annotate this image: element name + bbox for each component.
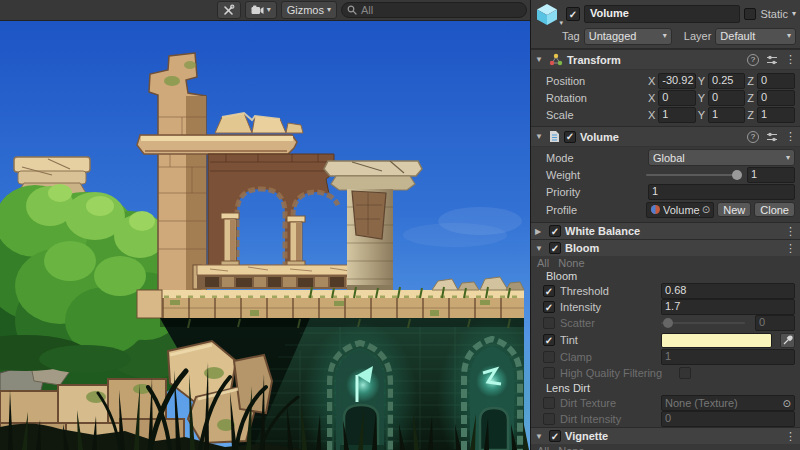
hqf-value-checkbox[interactable] (679, 367, 691, 379)
tint-override-checkbox[interactable]: ✓ (543, 334, 555, 346)
chevron-down-icon: ▾ (787, 32, 791, 40)
foldout-icon[interactable]: ▼ (535, 244, 545, 253)
weight-field[interactable]: 1 (747, 167, 795, 183)
hqf-label: High Quality Filtering (560, 367, 674, 379)
foldout-icon[interactable]: ▼ (535, 432, 545, 441)
all-link[interactable]: All (537, 445, 549, 450)
position-x-field[interactable]: -30.92 (658, 73, 695, 89)
unity-editor-window: ▾ Gizmos ▾ All (0, 0, 800, 450)
axis-y-label: Y (698, 75, 705, 87)
axis-z-label: Z (747, 75, 754, 87)
scatter-field[interactable]: 0 (755, 315, 795, 331)
scatter-slider[interactable] (661, 316, 745, 330)
chevron-down-icon: ▾ (786, 154, 790, 162)
mode-value: Global (653, 152, 685, 164)
scatter-override-checkbox[interactable] (543, 317, 555, 329)
tag-value: Untagged (589, 30, 637, 42)
tag-dropdown[interactable]: Untagged ▾ (584, 28, 672, 45)
help-icon[interactable]: ? (747, 131, 759, 143)
layer-dropdown[interactable]: Default ▾ (715, 28, 796, 45)
mode-row: Mode Global ▾ (531, 149, 800, 166)
profile-object-field[interactable]: Volume_Gl ⊙ (646, 202, 714, 218)
intensity-field[interactable]: 1.7 (661, 299, 795, 315)
priority-field[interactable]: 1 (648, 184, 795, 200)
rotation-z-field[interactable]: 0 (757, 90, 795, 106)
dirt-intensity-label: Dirt Intensity (560, 413, 656, 425)
scale-x-field[interactable]: 1 (658, 107, 695, 123)
threshold-override-checkbox[interactable]: ✓ (543, 285, 555, 297)
none-link[interactable]: None (558, 445, 584, 450)
gameobject-icon-button[interactable]: ▾ (534, 2, 562, 26)
threshold-field[interactable]: 0.68 (661, 283, 795, 299)
kebab-menu-icon[interactable]: ⋮ (785, 430, 795, 443)
clamp-row: Clamp 1 (531, 349, 800, 365)
static-dropdown-arrow[interactable]: ▾ (792, 10, 796, 18)
preset-icon[interactable] (766, 131, 778, 143)
static-checkbox[interactable] (744, 8, 756, 20)
rotation-y-field[interactable]: 0 (708, 90, 745, 106)
gizmos-label: Gizmos (287, 4, 324, 16)
dirt-intensity-override-checkbox[interactable] (543, 413, 555, 425)
vignette-checkbox[interactable]: ✓ (549, 430, 561, 442)
dirt-texture-object-field[interactable]: None (Texture) ⊙ (661, 395, 795, 411)
object-picker-icon[interactable]: ⊙ (702, 204, 710, 215)
foldout-icon[interactable]: ▼ (535, 55, 545, 64)
scene-view[interactable]: ▾ Gizmos ▾ All (0, 0, 530, 450)
icon-dropdown-arrow: ▾ (559, 19, 563, 27)
gameobject-name-field[interactable]: Volume (584, 5, 740, 23)
position-z-field[interactable]: 0 (757, 73, 795, 89)
bloom-checkbox[interactable]: ✓ (549, 242, 561, 254)
kebab-menu-icon[interactable]: ⋮ (785, 130, 795, 143)
eyedropper-button[interactable] (780, 333, 795, 348)
dirt-texture-row: Dirt Texture None (Texture) ⊙ (531, 395, 800, 411)
lens-dirt-label: Lens Dirt (531, 381, 800, 395)
volume-component-header[interactable]: ▼ ✓ Volume ? ⋮ (531, 126, 800, 147)
clone-button[interactable]: Clone (754, 202, 795, 217)
preset-icon[interactable] (766, 54, 778, 66)
gizmos-button[interactable]: Gizmos ▾ (281, 1, 337, 19)
rotation-row: Rotation X 0 Y 0 Z 0 (531, 89, 800, 106)
foldout-icon[interactable]: ▶ (535, 227, 545, 236)
clamp-label: Clamp (560, 351, 656, 363)
scene-camera-button[interactable]: ▾ (245, 1, 277, 19)
scale-y-field[interactable]: 1 (708, 107, 745, 123)
position-y-field[interactable]: 0.25 (708, 73, 745, 89)
scatter-label: Scatter (560, 317, 656, 329)
weight-slider[interactable] (646, 168, 742, 182)
search-placeholder: All (361, 4, 373, 16)
volume-enabled-checkbox[interactable]: ✓ (564, 131, 576, 143)
bloom-header[interactable]: ▼ ✓ Bloom ⋮ (531, 239, 800, 256)
scene-search-input[interactable]: All (341, 2, 527, 18)
kebab-menu-icon[interactable]: ⋮ (785, 242, 795, 255)
foldout-icon[interactable]: ▼ (535, 132, 545, 141)
help-icon[interactable]: ? (747, 54, 759, 66)
new-button[interactable]: New (717, 202, 751, 217)
active-checkbox[interactable]: ✓ (566, 7, 580, 21)
all-link[interactable]: All (537, 257, 549, 269)
vignette-header[interactable]: ▼ ✓ Vignette ⋮ (531, 427, 800, 444)
dirt-texture-override-checkbox[interactable] (543, 397, 555, 409)
tint-color-swatch[interactable] (661, 333, 772, 348)
tint-row: ✓ Tint (531, 331, 800, 349)
weight-row: Weight 1 (531, 166, 800, 183)
transform-body: Position X -30.92 Y 0.25 Z 0 Rotation X … (531, 70, 800, 126)
clamp-field[interactable]: 1 (661, 349, 795, 365)
dirt-intensity-field[interactable]: 0 (661, 411, 795, 427)
white-balance-title: White Balance (565, 225, 640, 237)
none-link[interactable]: None (558, 257, 584, 269)
transform-header[interactable]: ▼ Transform ? ⋮ (531, 49, 800, 70)
white-balance-checkbox[interactable]: ✓ (549, 225, 561, 237)
mode-dropdown[interactable]: Global ▾ (648, 149, 795, 166)
intensity-override-checkbox[interactable]: ✓ (543, 301, 555, 313)
kebab-menu-icon[interactable]: ⋮ (785, 225, 795, 238)
scene-tools-button[interactable] (217, 1, 241, 19)
kebab-menu-icon[interactable]: ⋮ (785, 53, 795, 66)
object-picker-icon[interactable]: ⊙ (783, 398, 791, 409)
hqf-override-checkbox[interactable] (543, 367, 555, 379)
rotation-x-field[interactable]: 0 (658, 90, 695, 106)
cube-icon (534, 2, 560, 26)
white-balance-header[interactable]: ▶ ✓ White Balance ⋮ (531, 222, 800, 239)
scale-z-field[interactable]: 1 (757, 107, 795, 123)
gizmos-dropdown-arrow: ▾ (327, 6, 331, 14)
clamp-override-checkbox[interactable] (543, 351, 555, 363)
